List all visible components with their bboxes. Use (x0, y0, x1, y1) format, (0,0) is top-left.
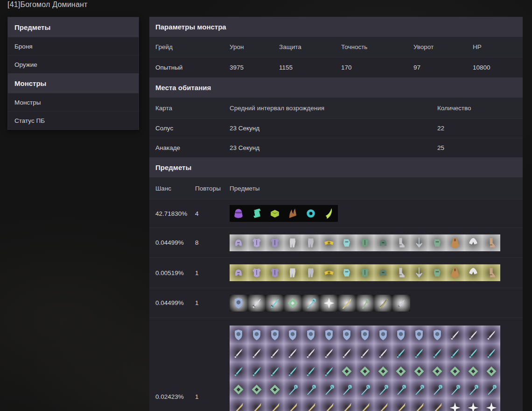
tealsword-item-icon[interactable] (446, 344, 464, 362)
arm-item-icon[interactable] (302, 264, 320, 281)
shield-item-icon[interactable] (248, 326, 266, 344)
shield-item-icon[interactable] (230, 295, 248, 312)
armorgreen-item-icon[interactable] (428, 234, 446, 251)
sidebar-item-weapons[interactable]: Оружие (8, 55, 139, 73)
staff-item-icon[interactable] (320, 380, 338, 398)
sidebar-item-armor[interactable]: Броня (8, 37, 139, 55)
tealsword-item-icon[interactable] (284, 362, 302, 380)
habitat-map[interactable]: Солус (155, 125, 230, 132)
spear-item-icon[interactable] (410, 398, 428, 411)
tealsword-item-icon[interactable] (230, 362, 248, 380)
shield-item-icon[interactable] (356, 326, 374, 344)
sidebar-item-pb-status[interactable]: Статус ПБ (8, 111, 139, 129)
star-item-icon[interactable] (320, 295, 338, 312)
shield-item-icon[interactable] (428, 326, 446, 344)
ring-item-icon[interactable] (302, 205, 320, 222)
scroll-item-icon[interactable] (248, 205, 266, 222)
tealsword-item-icon[interactable] (266, 362, 284, 380)
sword-item-icon[interactable] (338, 344, 356, 362)
spear-item-icon[interactable] (320, 398, 338, 411)
chestgreen-item-icon[interactable] (356, 264, 374, 281)
tealsword-item-icon[interactable] (266, 295, 284, 312)
spear-item-icon[interactable] (338, 398, 356, 411)
sword-item-icon[interactable] (320, 344, 338, 362)
legs-item-icon[interactable] (284, 264, 302, 281)
sword-item-icon[interactable] (374, 344, 392, 362)
sidebar-item-monsters[interactable]: Монстры (8, 93, 139, 111)
belt-item-icon[interactable] (320, 234, 338, 251)
chakram-item-icon[interactable] (428, 362, 446, 380)
belt-item-icon[interactable] (320, 264, 338, 281)
spear-item-icon[interactable] (284, 398, 302, 411)
chakram-item-icon[interactable] (266, 380, 284, 398)
sword-item-icon[interactable] (248, 344, 266, 362)
star-item-icon[interactable] (464, 398, 483, 411)
spear-item-icon[interactable] (266, 398, 284, 411)
chakram-item-icon[interactable] (356, 362, 374, 380)
gauntlet-item-icon[interactable] (338, 234, 356, 251)
sword-item-icon[interactable] (248, 295, 266, 312)
staff-item-icon[interactable] (374, 380, 392, 398)
tealsword-item-icon[interactable] (248, 362, 266, 380)
chakram-item-icon[interactable] (410, 362, 428, 380)
star-item-icon[interactable] (482, 398, 500, 411)
spear-item-icon[interactable] (338, 295, 356, 312)
staff-item-icon[interactable] (446, 380, 464, 398)
claw-item-icon[interactable] (284, 205, 302, 222)
staff-item-icon[interactable] (284, 380, 302, 398)
spear-item-icon[interactable] (374, 398, 392, 411)
legs-item-icon[interactable] (284, 234, 302, 251)
spear-item-icon[interactable] (302, 398, 320, 411)
chest-item-icon[interactable] (248, 234, 266, 251)
sword-item-icon[interactable] (284, 344, 302, 362)
chakram-item-icon[interactable] (446, 362, 464, 380)
tealsword-item-icon[interactable] (392, 344, 410, 362)
spear-item-icon[interactable] (428, 398, 446, 411)
robe-item-icon[interactable] (446, 264, 464, 281)
box-item-icon[interactable] (266, 205, 284, 222)
staff-item-icon[interactable] (302, 295, 320, 312)
tealsword-item-icon[interactable] (428, 344, 446, 362)
pouch-item-icon[interactable] (230, 205, 248, 222)
shield-item-icon[interactable] (392, 326, 410, 344)
pauldron-item-icon[interactable] (464, 234, 483, 251)
dagger-item-icon[interactable] (392, 295, 410, 312)
chakram-item-icon[interactable] (230, 380, 248, 398)
chakram-item-icon[interactable] (338, 362, 356, 380)
tealsword-item-icon[interactable] (464, 344, 483, 362)
chakram-item-icon[interactable] (464, 362, 483, 380)
spear-item-icon[interactable] (248, 398, 266, 411)
sword-item-icon[interactable] (464, 326, 483, 344)
chakram-item-icon[interactable] (482, 362, 500, 380)
helmgreen-item-icon[interactable] (374, 234, 392, 251)
chakram-item-icon[interactable] (284, 295, 302, 312)
sword-item-icon[interactable] (356, 344, 374, 362)
robe-item-icon[interactable] (446, 234, 464, 251)
staff-item-icon[interactable] (428, 380, 446, 398)
chest-item-icon[interactable] (248, 264, 266, 281)
chakram-item-icon[interactable] (374, 362, 392, 380)
spear-item-icon[interactable] (392, 398, 410, 411)
chakram-item-icon[interactable] (248, 380, 266, 398)
spear-item-icon[interactable] (356, 398, 374, 411)
sword-item-icon[interactable] (446, 326, 464, 344)
tealsword-item-icon[interactable] (410, 344, 428, 362)
sword-item-icon[interactable] (230, 344, 248, 362)
tealsword-item-icon[interactable] (320, 362, 338, 380)
tealsword-item-icon[interactable] (302, 362, 320, 380)
staff-item-icon[interactable] (482, 380, 500, 398)
boots-item-icon[interactable] (392, 234, 410, 251)
tealsword-item-icon[interactable] (482, 344, 500, 362)
helm-item-icon[interactable] (230, 234, 248, 251)
chakram-item-icon[interactable] (392, 362, 410, 380)
staff-item-icon[interactable] (410, 380, 428, 398)
anchor-item-icon[interactable] (410, 234, 428, 251)
sword-item-icon[interactable] (482, 326, 500, 344)
torso-item-icon[interactable] (266, 264, 284, 281)
bootsbrown-item-icon[interactable] (482, 264, 500, 281)
staff-item-icon[interactable] (302, 380, 320, 398)
shield-item-icon[interactable] (374, 326, 392, 344)
boots-item-icon[interactable] (392, 264, 410, 281)
feather-item-icon[interactable] (320, 205, 338, 222)
arm-item-icon[interactable] (302, 234, 320, 251)
